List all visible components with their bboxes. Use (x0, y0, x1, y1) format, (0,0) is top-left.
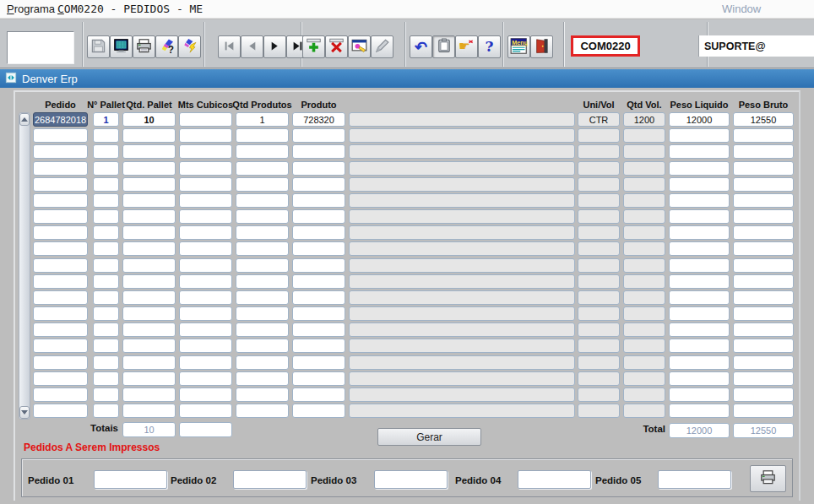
cell-peso_liquido[interactable] (669, 339, 730, 353)
cell-pedido[interactable] (33, 193, 88, 208)
cell-pedido[interactable] (33, 258, 88, 273)
cell-mts_cubicos[interactable] (179, 177, 232, 192)
cell-n_pallet[interactable] (93, 241, 119, 256)
cell-qtd_pallet[interactable] (122, 339, 176, 353)
cell-mts_cubicos[interactable] (179, 322, 232, 337)
print-button[interactable] (133, 35, 155, 58)
cell-pedido[interactable] (33, 339, 88, 353)
delete-record-button[interactable] (325, 35, 348, 58)
add-record-button[interactable] (302, 35, 325, 58)
cell-qtd_produtos[interactable]: 1 (236, 112, 289, 127)
cell-mts_cubicos[interactable] (179, 144, 232, 159)
cell-qtd_pallet[interactable] (122, 322, 176, 337)
cell-pedido[interactable] (33, 355, 88, 370)
cell-n_pallet[interactable] (93, 355, 119, 370)
cell-pedido[interactable] (33, 371, 88, 386)
cell-pedido[interactable] (33, 225, 88, 240)
cell-produto[interactable] (292, 306, 345, 321)
cell-qtd_produtos[interactable] (236, 322, 289, 337)
cell-peso_liquido[interactable]: 12000 (669, 112, 730, 127)
cell-peso_liquido[interactable] (669, 387, 730, 402)
cell-qtd_pallet[interactable] (122, 274, 176, 289)
cell-n_pallet[interactable] (93, 290, 119, 305)
cell-qtd_produtos[interactable] (236, 258, 289, 273)
cell-qtd_produtos[interactable] (236, 274, 289, 289)
cell-peso_liquido[interactable] (669, 371, 730, 386)
cell-peso_bruto[interactable] (733, 128, 794, 143)
cell-pedido[interactable] (33, 306, 88, 321)
execute-button[interactable] (178, 35, 201, 58)
cell-qtd_pallet[interactable] (122, 371, 176, 386)
cell-peso_bruto[interactable] (733, 209, 794, 224)
cell-pedido[interactable] (33, 128, 88, 143)
menu-window[interactable]: Window (722, 3, 761, 15)
menu-programa[interactable]: Programa (7, 3, 55, 15)
scroll-up-button[interactable] (19, 113, 30, 126)
cell-produto[interactable] (292, 209, 345, 224)
print-pedidos-button[interactable] (750, 465, 786, 492)
cell-n_pallet[interactable] (93, 193, 119, 208)
cell-n_pallet[interactable] (93, 322, 119, 337)
cell-qtd_pallet[interactable] (122, 290, 176, 305)
cell-produto[interactable] (292, 225, 345, 240)
gerar-button[interactable]: Gerar (377, 428, 481, 446)
cell-peso_bruto[interactable]: 12550 (733, 112, 794, 127)
cell-qtd_pallet[interactable] (122, 387, 176, 402)
cell-mts_cubicos[interactable] (179, 225, 232, 240)
cell-mts_cubicos[interactable] (179, 355, 232, 370)
cell-mts_cubicos[interactable] (179, 258, 232, 273)
cell-n_pallet[interactable] (93, 274, 119, 289)
cell-peso_liquido[interactable] (669, 355, 730, 370)
cell-pedido[interactable]: 2684782018 (33, 112, 88, 127)
cell-qtd_pallet[interactable] (122, 355, 176, 370)
cell-mts_cubicos[interactable] (179, 404, 232, 418)
cell-peso_liquido[interactable] (669, 193, 730, 208)
cell-peso_liquido[interactable] (669, 322, 730, 337)
cell-peso_liquido[interactable] (669, 290, 730, 305)
cell-qtd_produtos[interactable] (236, 193, 289, 208)
cell-n_pallet[interactable] (93, 387, 119, 402)
cell-mts_cubicos[interactable] (179, 193, 232, 208)
cell-n_pallet[interactable] (93, 144, 119, 159)
cell-n_pallet[interactable] (93, 371, 119, 386)
cell-peso_liquido[interactable] (669, 306, 730, 321)
exit-button[interactable] (530, 35, 553, 58)
cell-qtd_produtos[interactable] (236, 371, 289, 386)
cell-qtd_pallet[interactable] (122, 193, 176, 208)
cell-peso_liquido[interactable] (669, 144, 730, 159)
cell-qtd_pallet[interactable] (122, 161, 176, 176)
cell-produto[interactable] (292, 387, 345, 402)
cell-produto[interactable] (292, 258, 345, 273)
confirm-button[interactable]: ☛ (455, 35, 478, 58)
cell-qtd_pallet[interactable] (122, 177, 176, 192)
cell-qtd_produtos[interactable] (236, 339, 289, 353)
pedido-05-input[interactable] (658, 470, 731, 489)
cell-mts_cubicos[interactable] (179, 306, 232, 321)
scroll-down-button[interactable] (19, 406, 30, 419)
cell-n_pallet[interactable] (93, 225, 119, 240)
nav-next-button[interactable] (263, 35, 286, 58)
cell-produto[interactable] (292, 355, 345, 370)
cell-qtd_produtos[interactable] (236, 404, 289, 418)
cell-n_pallet[interactable] (93, 209, 119, 224)
cell-produto[interactable] (292, 177, 345, 192)
cell-peso_liquido[interactable] (669, 128, 730, 143)
cell-qtd_pallet[interactable] (122, 144, 176, 159)
cell-peso_bruto[interactable] (733, 290, 794, 305)
cell-produto[interactable] (292, 274, 345, 289)
cell-pedido[interactable] (33, 404, 88, 418)
cell-peso_liquido[interactable] (669, 241, 730, 256)
cell-peso_bruto[interactable] (733, 274, 794, 289)
cell-qtd_produtos[interactable] (236, 225, 289, 240)
cell-produto[interactable] (292, 290, 345, 305)
cell-n_pallet[interactable] (93, 339, 119, 353)
cell-mts_cubicos[interactable] (179, 161, 232, 176)
cell-peso_bruto[interactable] (733, 371, 794, 386)
cell-peso_bruto[interactable] (733, 339, 794, 353)
grid-scrollbar[interactable] (19, 112, 30, 420)
cell-mts_cubicos[interactable] (179, 290, 232, 305)
cell-peso_bruto[interactable] (733, 241, 794, 256)
cell-qtd_produtos[interactable] (236, 161, 289, 176)
cell-peso_bruto[interactable] (733, 306, 794, 321)
cell-qtd_produtos[interactable] (236, 144, 289, 159)
